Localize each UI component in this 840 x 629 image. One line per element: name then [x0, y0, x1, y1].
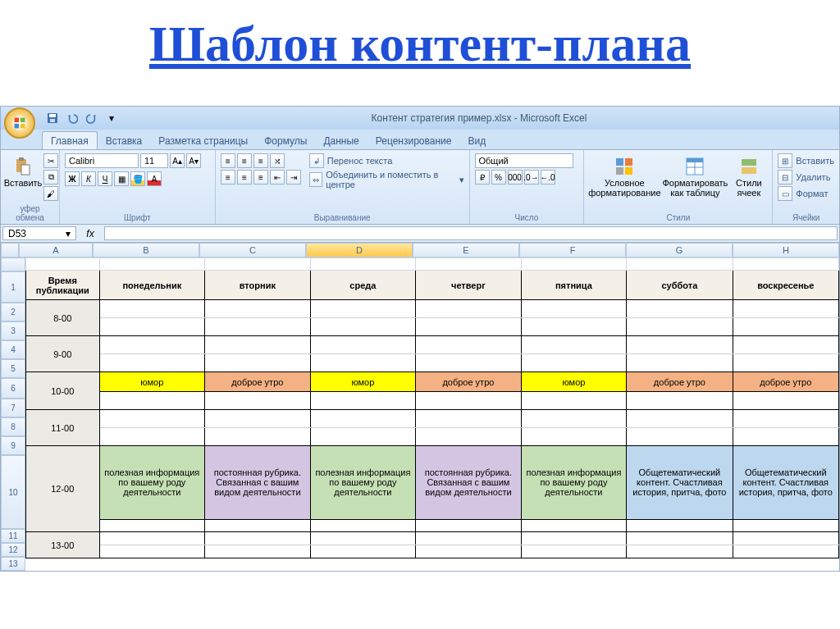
row-header[interactable]: 12 [1, 543, 25, 557]
table-cell[interactable] [521, 318, 627, 336]
table-cell[interactable] [521, 354, 627, 372]
conditional-formatting-button[interactable]: Условное форматирование [589, 153, 660, 201]
office-button[interactable] [4, 107, 35, 139]
currency-icon[interactable]: ₽ [475, 170, 490, 185]
table-cell[interactable] [416, 300, 522, 318]
table-cell[interactable] [627, 336, 733, 354]
indent-inc-icon[interactable]: ⇥ [286, 170, 301, 185]
copy-icon[interactable]: ⧉ [43, 170, 58, 185]
table-header-cell[interactable]: вторник [205, 271, 311, 300]
table-cell[interactable] [733, 354, 838, 372]
row-header[interactable]: 3 [1, 321, 25, 340]
time-cell[interactable]: 9-00 [26, 336, 100, 372]
table-cell[interactable] [733, 519, 838, 531]
table-header-cell[interactable]: среда [310, 271, 416, 300]
table-cell[interactable] [99, 519, 205, 531]
table-cell[interactable] [310, 428, 416, 446]
undo-icon[interactable] [65, 111, 80, 125]
row-header[interactable]: 6 [1, 378, 25, 399]
table-cell[interactable]: юмор [310, 372, 416, 392]
col-header-C[interactable]: C [199, 243, 306, 258]
format-as-table-button[interactable]: Форматировать как таблицу [663, 153, 727, 201]
table-cell[interactable] [521, 532, 627, 545]
tab-review[interactable]: Рецензирование [368, 132, 460, 149]
cells-area[interactable]: Время публикациипонедельниквторниксредач… [25, 258, 839, 571]
table-cell[interactable]: постоянная рубрика. Связанная с вашим ви… [416, 446, 522, 520]
table-cell[interactable] [99, 318, 205, 336]
tab-insert[interactable]: Вставка [98, 132, 151, 149]
table-cell[interactable] [627, 318, 733, 336]
table-cell[interactable] [521, 300, 627, 318]
align-center-icon[interactable]: ≡ [237, 170, 252, 185]
cell-styles-button[interactable]: Стили ячеек [730, 153, 767, 201]
cut-icon[interactable]: ✂ [43, 153, 58, 168]
table-cell[interactable] [310, 354, 416, 372]
table-cell[interactable] [416, 354, 522, 372]
col-header-A[interactable]: A [19, 243, 93, 258]
number-format-field[interactable]: Общий [475, 153, 573, 168]
table-cell[interactable] [416, 392, 522, 410]
table-header-cell[interactable]: Время публикации [26, 271, 100, 300]
col-header-E[interactable]: E [413, 243, 519, 258]
row-header[interactable]: 8 [1, 417, 25, 436]
table-cell[interactable] [521, 410, 627, 428]
table-cell[interactable] [521, 392, 627, 410]
table-cell[interactable] [416, 545, 522, 558]
tab-home[interactable]: Главная [42, 131, 98, 149]
table-cell[interactable] [627, 532, 733, 545]
table-cell[interactable] [416, 428, 522, 446]
col-header-H[interactable]: H [733, 243, 839, 258]
orientation-icon[interactable]: ⤭ [270, 153, 285, 168]
formula-input[interactable] [104, 226, 838, 240]
table-cell[interactable] [205, 392, 311, 410]
name-box[interactable]: D53▾ [2, 226, 76, 240]
time-cell[interactable]: 13-00 [26, 532, 100, 558]
table-cell[interactable] [627, 300, 733, 318]
table-cell[interactable] [416, 519, 522, 531]
table-cell[interactable] [733, 532, 838, 545]
table-cell[interactable] [205, 318, 311, 336]
table-header-cell[interactable]: воскресенье [733, 271, 838, 300]
table-cell[interactable] [310, 336, 416, 354]
table-cell[interactable] [521, 519, 627, 531]
table-cell[interactable] [521, 428, 627, 446]
table-cell[interactable] [99, 428, 205, 446]
table-cell[interactable] [627, 428, 733, 446]
table-cell[interactable] [521, 545, 627, 558]
row-header[interactable]: 5 [1, 359, 25, 378]
table-cell[interactable] [205, 428, 311, 446]
table-cell[interactable] [416, 318, 522, 336]
table-cell[interactable] [627, 392, 733, 410]
font-color-icon[interactable]: A [147, 171, 162, 186]
table-cell[interactable] [310, 545, 416, 558]
table-cell[interactable]: доброе утро [627, 372, 733, 392]
table-cell[interactable] [733, 545, 838, 558]
table-cell[interactable] [733, 300, 838, 318]
table-cell[interactable] [99, 300, 205, 318]
percent-icon[interactable]: % [491, 170, 506, 185]
cells-format-button[interactable]: ▭Формат [778, 186, 828, 201]
table-cell[interactable] [416, 532, 522, 545]
tab-view[interactable]: Вид [459, 132, 494, 149]
align-right-icon[interactable]: ≡ [253, 170, 268, 185]
table-cell[interactable] [205, 545, 311, 558]
table-header-cell[interactable]: четверг [416, 271, 522, 300]
row-header[interactable] [1, 258, 25, 271]
row-header[interactable]: 13 [1, 557, 25, 571]
border-icon[interactable]: ▦ [114, 171, 129, 186]
tab-formulas[interactable]: Формулы [256, 132, 315, 149]
table-cell[interactable] [733, 318, 838, 336]
row-header[interactable]: 1 [1, 271, 25, 303]
time-cell[interactable]: 11-00 [26, 410, 100, 446]
tab-page-layout[interactable]: Разметка страницы [150, 132, 256, 149]
time-cell[interactable]: 8-00 [26, 300, 100, 336]
table-cell[interactable] [99, 336, 205, 354]
table-cell[interactable]: доброе утро [733, 372, 838, 392]
wrap-text-button[interactable]: ↲Перенос текста [309, 153, 464, 168]
select-all-corner[interactable] [1, 243, 19, 258]
table-cell[interactable] [99, 532, 205, 545]
table-cell[interactable] [627, 354, 733, 372]
table-cell[interactable]: постоянная рубрика. Связанная с вашим ви… [205, 446, 311, 520]
table-cell[interactable] [205, 519, 311, 531]
font-size-field[interactable]: 11 [140, 153, 168, 168]
